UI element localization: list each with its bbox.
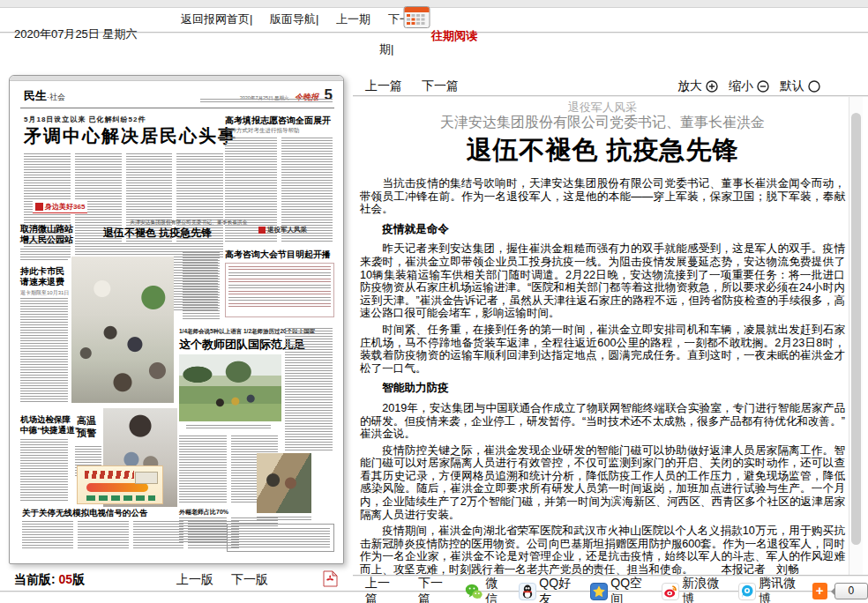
prev-page-button[interactable]: 上一版	[176, 572, 213, 588]
ad-product-image	[135, 472, 158, 484]
library-photo-caption	[257, 517, 311, 520]
font-size-controls: 放大 缩小 默认	[677, 78, 827, 94]
issue-date: 2020年07月25日 星期六	[14, 26, 137, 42]
story4-text-column-3	[183, 252, 220, 321]
ad-green-row	[86, 495, 155, 501]
share-tencent-weibo[interactable]: 腾讯微博	[738, 576, 802, 603]
paragraph: 昨天记者来到安达集团，握住崔洪金粗糙而强有力的双手就能感受到，这是军人的双手。疫…	[360, 242, 845, 320]
nav-layout-link[interactable]: 版面导航|	[270, 12, 318, 26]
park-photo	[179, 354, 281, 421]
paragraph: 疫情防控关键之际，崔洪金发现企业研发的智能门磁可以协助做好返津人员居家隔离工作。…	[360, 444, 845, 522]
share-count-bubble[interactable]: 0	[834, 583, 868, 599]
red-square-icon	[35, 203, 43, 211]
paper-masthead: 民生·社会	[24, 87, 65, 104]
prev-article-button-bottom[interactable]: 上一篇	[365, 576, 399, 603]
park-photo-caption	[186, 425, 271, 428]
nav-next-issue-link-wrapped[interactable]: 期|	[379, 41, 393, 57]
story6-headline: 持此卡市民请速来退费	[20, 266, 64, 287]
top-gray-strip	[0, 0, 868, 8]
article-title: 退伍不褪色 抗疫急先锋	[360, 133, 845, 168]
prev-article-button[interactable]: 上一篇	[365, 78, 402, 94]
share-tencent-weibo-label: 腾讯微博	[759, 576, 802, 603]
story8-headline: 机场边检保障中德“快捷通道”	[20, 414, 79, 436]
advertisement	[77, 465, 163, 504]
share-qzone[interactable]: QQ空间	[590, 576, 648, 603]
frame-top-cap	[10, 76, 343, 81]
ad-banner-stripe	[86, 483, 148, 492]
scrollbar-thumb[interactable]	[851, 113, 861, 545]
zoom-out-icon[interactable]	[757, 80, 769, 93]
paragraph: 时间紧、任务重，在接到任务的第一时间，崔洪金立即安排司机和车辆，凌晨就出发赶到石…	[360, 324, 845, 375]
zoom-out-label[interactable]: 缩小	[729, 78, 753, 94]
heat-warning-label: 高温预警	[77, 414, 96, 439]
calendar-icon[interactable]	[403, 4, 430, 33]
current-page-label: 当前版:	[14, 572, 56, 586]
nav-home-link[interactable]: 返回报网首页|	[181, 12, 252, 26]
qq-penguin-icon	[519, 583, 536, 600]
pdf-icon[interactable]	[323, 570, 338, 591]
red-square-icon	[258, 227, 266, 234]
street-photo	[71, 257, 174, 403]
masthead-main: 民生	[24, 89, 47, 102]
current-page-suffix: 版	[72, 572, 85, 586]
byline: 本报记者 刘畅	[721, 563, 798, 576]
paragraph: 当抗击疫情的集结号吹响时，天津安达集团股份有限公司党委书记、董事长崔洪金闻令而动…	[360, 177, 845, 216]
article-panel: 上一篇 下一篇 放大 缩小 默认 退役军人风采 天津安达集团股份有限公司党委书记…	[353, 75, 868, 603]
section-heading: 智能助力防疫	[360, 382, 845, 395]
share-sina-weibo-label: 新浪微博	[682, 576, 725, 603]
paragraph: 2019年，安达集团与中国联通合作成立了物联网智能终端联合实验室，专门进行智能居…	[360, 402, 845, 441]
share-sina-weibo[interactable]: 新浪微博	[662, 576, 725, 603]
story8-text	[20, 439, 68, 501]
share-wechat[interactable]: 微信	[465, 576, 505, 603]
masthead-rule	[20, 108, 334, 108]
current-page-number: 05	[59, 572, 73, 586]
archive-reading-link[interactable]: 往期阅读	[431, 28, 477, 44]
paragraph-with-byline: 疫情期间，崔洪金向湖北省荣军医院和武汉市火神山医院以个人名义捐款10万元，用于购…	[360, 525, 845, 576]
paper-meta-fineprint	[200, 99, 333, 102]
story3-text	[20, 249, 68, 261]
info-box	[227, 524, 334, 552]
badge-365-label: 身边美好365	[45, 202, 85, 212]
badge-365: 身边美好365	[33, 201, 87, 213]
share-bar: 上一篇 下一篇 微信	[353, 579, 868, 603]
zoom-in-label[interactable]: 放大	[677, 78, 702, 94]
zoom-default-label[interactable]: 默认	[780, 78, 804, 94]
zoom-in-icon[interactable]	[706, 80, 718, 93]
ad-red-script	[85, 471, 134, 479]
next-page-button[interactable]: 下一版	[231, 572, 268, 588]
current-page-indicator: 当前版: 05版	[14, 572, 85, 588]
story2-subhead: 多种方式对考生进行指导帮助	[225, 127, 300, 135]
story2-headline: 高考填报志愿咨询全面展开	[225, 115, 331, 127]
veteran-badge: 退役军人风采	[258, 226, 307, 234]
tencent-weibo-icon	[738, 583, 756, 600]
toolbar-divider	[353, 95, 868, 98]
share-more-button[interactable]: +	[812, 583, 827, 599]
story5-headline: 高考咨询大会节目明起开播	[225, 249, 331, 261]
schedule-table	[225, 263, 334, 317]
next-article-button[interactable]: 下一篇	[422, 78, 459, 94]
story3-headline: 取消微山路站增人民公园站	[20, 224, 73, 245]
story9-headline: 关于关停无线模拟电视信号的公告	[22, 508, 148, 519]
story6-subhead: 退卡期限至10月31日	[20, 289, 69, 297]
share-wechat-label: 微信	[485, 576, 505, 603]
story7-stat-line: 外籍老师占比70%	[179, 508, 228, 517]
story4-headline[interactable]: 退伍不褪色 抗疫急先锋	[103, 226, 212, 241]
veteran-badge-label: 退役军人风采	[267, 226, 307, 234]
nav-prev-issue-link[interactable]: 上一期	[336, 12, 370, 26]
share-qzone-label: QQ空间	[610, 576, 648, 603]
wechat-icon	[465, 583, 483, 600]
article-subtitle: 天津安达集团股份有限公司党委书记、董事长崔洪金	[360, 114, 845, 132]
qzone-star-icon	[590, 583, 608, 600]
next-article-button-bottom[interactable]: 下一篇	[418, 576, 452, 603]
masthead-sub: ·社会	[47, 93, 65, 101]
zoom-default-icon[interactable]	[808, 80, 820, 93]
newspaper-page-thumbnail[interactable]: 民生·社会 2020年7月25日 星期六 今晚报 5 5月18日设立以来 已化解…	[9, 75, 344, 564]
share-qq-friend[interactable]: QQ好友	[519, 576, 577, 603]
story6-text	[20, 298, 68, 402]
story9-text-columns	[22, 521, 239, 549]
library-photo	[257, 453, 311, 513]
share-qq-friend-label: QQ好友	[539, 576, 577, 603]
section-heading: 疫情就是命令	[360, 223, 845, 236]
story1-kicker: 5月18日设立以来 已化解纠纷52件	[24, 115, 146, 124]
scrollbar-track[interactable]	[849, 97, 863, 575]
